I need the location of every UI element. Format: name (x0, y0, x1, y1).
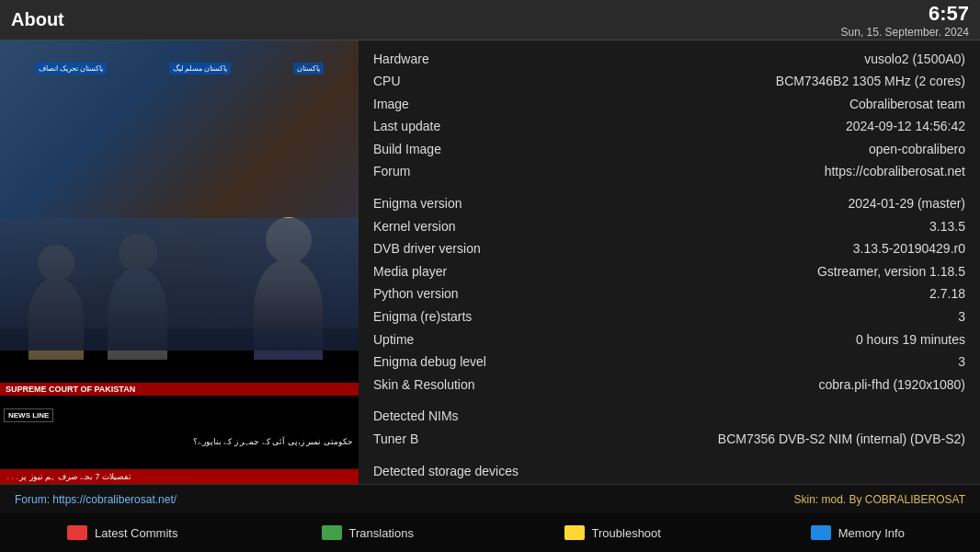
skin-resolution-value: cobra.pli-fhd (1920x1080) (557, 376, 965, 395)
hardware-value: vusolo2 (1500A0) (557, 51, 965, 69)
blue-button-indicator (811, 525, 831, 540)
hardware-row: Hardware vusolo2 (1500A0) (373, 48, 965, 71)
image-label: Image (373, 96, 557, 114)
enigma-restarts-label: Enigma (re)starts (373, 308, 557, 327)
footer-forum-link: Forum: https://cobraliberosat.net/ (15, 493, 177, 506)
media-player-value: Gstreamer, version 1.18.5 (557, 263, 965, 282)
tuner-b-row: Tuner B BCM7356 DVB-S2 NIM (internal) (D… (373, 429, 965, 452)
latest-commits-button[interactable]: Latest Commits (0, 513, 245, 552)
cpu-row: CPU BCM7346B2 1305 MHz (2 cores) (373, 71, 965, 94)
skin-resolution-row: Skin & Resolution cobra.pli-fhd (1920x10… (373, 374, 965, 397)
enigma-version-value: 2024-01-29 (master) (557, 195, 965, 213)
media-player-row: Media player Gstreamer, version 1.18.5 (373, 260, 965, 283)
enigma-restarts-value: 3 (557, 308, 965, 327)
detected-nims-label: Detected NIMs (373, 408, 557, 426)
python-version-label: Python version (373, 285, 557, 304)
bottom-buttons: Latest Commits Translations Troubleshoot… (0, 513, 980, 552)
cpu-value: BCM7346B2 1305 MHz (2 cores) (557, 73, 965, 91)
image-value: Cobraliberosat team (557, 96, 965, 114)
uptime-label: Uptime (373, 331, 557, 350)
python-version-value: 2.7.18 (557, 285, 965, 304)
green-button-indicator (322, 525, 342, 540)
enigma-version-row: Enigma version 2024-01-29 (master) (373, 193, 965, 216)
ata-row: ATA (SanDisk SDSA6GM-) 16.01 GB, 15.0 GB… (373, 483, 965, 484)
latest-commits-label: Latest Commits (95, 526, 177, 540)
image-row: Image Cobraliberosat team (373, 93, 965, 116)
yellow-button-indicator (564, 525, 585, 540)
news-ticker-bottom: تفصیلات 7 بجے صرف ہم نیوز پر۔۔۔ (0, 469, 359, 484)
news-ticker-top: SUPREME COURT OF PAKISTAN (0, 383, 359, 396)
news-logo: NEWS LINE (4, 408, 53, 422)
tuner-b-value: BCM7356 DVB-S2 NIM (internal) (DVB-S2) (557, 431, 965, 449)
datetime-display: 6:57 Sun, 15. September. 2024 (841, 2, 969, 39)
last-update-label: Last update (373, 118, 557, 136)
detected-storage-row: Detected storage devices (373, 460, 965, 483)
build-image-label: Build Image (373, 141, 557, 159)
build-image-row: Build Image open-cobralibero (373, 138, 965, 161)
urdu-tag-1: پاکستان تحریک انصاف (35, 63, 107, 75)
video-frame: پاکستان تحریک انصاف پاکستان مسلم لیگ پاک… (0, 40, 359, 484)
video-panel: پاکستان تحریک انصاف پاکستان مسلم لیگ پاک… (0, 40, 359, 484)
media-player-label: Media player (373, 263, 557, 282)
dvb-driver-value: 3.13.5-20190429.r0 (557, 240, 965, 259)
urdu-tag-3: پاکستان (293, 63, 324, 75)
translations-label: Translations (349, 526, 414, 540)
urdu-overlay: پاکستان تحریک انصاف پاکستان مسلم لیگ پاک… (0, 63, 359, 75)
news-lower-text: حکومتی نمبر ز،پی آئی کے جمہر ز کے بناپور… (0, 435, 359, 448)
red-button-indicator (67, 525, 87, 540)
forum-label: Forum (373, 163, 557, 181)
main-content: پاکستان تحریک انصاف پاکستان مسلم لیگ پاک… (0, 40, 980, 484)
forum-value: https://cobraliberosat.net (557, 163, 965, 181)
python-version-row: Python version 2.7.18 (373, 283, 965, 306)
urdu-tag-2: پاکستان مسلم لیگ (169, 63, 231, 75)
hardware-label: Hardware (373, 51, 557, 69)
kernel-version-label: Kernel version (373, 218, 557, 236)
troubleshoot-label: Troubleshoot (592, 526, 661, 540)
enigma-debug-label: Enigma debug level (373, 353, 557, 372)
enigma-debug-row: Enigma debug level 3 (373, 351, 965, 374)
kernel-version-value: 3.13.5 (557, 218, 965, 236)
news-desk (0, 218, 359, 351)
translations-button[interactable]: Translations (245, 513, 491, 552)
tuner-b-label: Tuner B (373, 431, 557, 449)
detected-nims-value (557, 408, 965, 426)
kernel-version-row: Kernel version 3.13.5 (373, 215, 965, 238)
detected-storage-value (557, 463, 965, 481)
detected-storage-label: Detected storage devices (373, 463, 557, 481)
footer-bar: Forum: https://cobraliberosat.net/ Skin:… (0, 484, 980, 513)
enigma-debug-value: 3 (557, 353, 965, 372)
uptime-value: 0 hours 19 minutes (557, 331, 965, 350)
uptime-row: Uptime 0 hours 19 minutes (373, 328, 965, 351)
build-image-value: open-cobralibero (557, 141, 965, 159)
memory-info-label: Memory Info (838, 526, 905, 540)
last-update-row: Last update 2024-09-12 14:56:42 (373, 116, 965, 139)
info-panel: Hardware vusolo2 (1500A0) CPU BCM7346B2 … (359, 40, 980, 484)
app-title: About (11, 9, 64, 30)
cpu-label: CPU (373, 73, 557, 91)
forum-row: Forum https://cobraliberosat.net (373, 161, 965, 184)
troubleshoot-button[interactable]: Troubleshoot (490, 513, 735, 552)
clock: 6:57 (841, 2, 969, 26)
footer-skin-credit: Skin: mod. By COBRALIBEROSAT (794, 493, 966, 506)
skin-resolution-label: Skin & Resolution (373, 376, 557, 395)
dvb-driver-row: DVB driver version 3.13.5-20190429.r0 (373, 238, 965, 261)
enigma-version-label: Enigma version (373, 195, 557, 213)
detected-nims-row: Detected NIMs (373, 406, 965, 429)
header: About 6:57 Sun, 15. September. 2024 (0, 0, 980, 40)
memory-info-button[interactable]: Memory Info (735, 513, 981, 552)
last-update-value: 2024-09-12 14:56:42 (557, 118, 965, 136)
dvb-driver-label: DVB driver version (373, 240, 557, 259)
enigma-restarts-row: Enigma (re)starts 3 (373, 306, 965, 329)
date-display: Sun, 15. September. 2024 (841, 26, 969, 39)
